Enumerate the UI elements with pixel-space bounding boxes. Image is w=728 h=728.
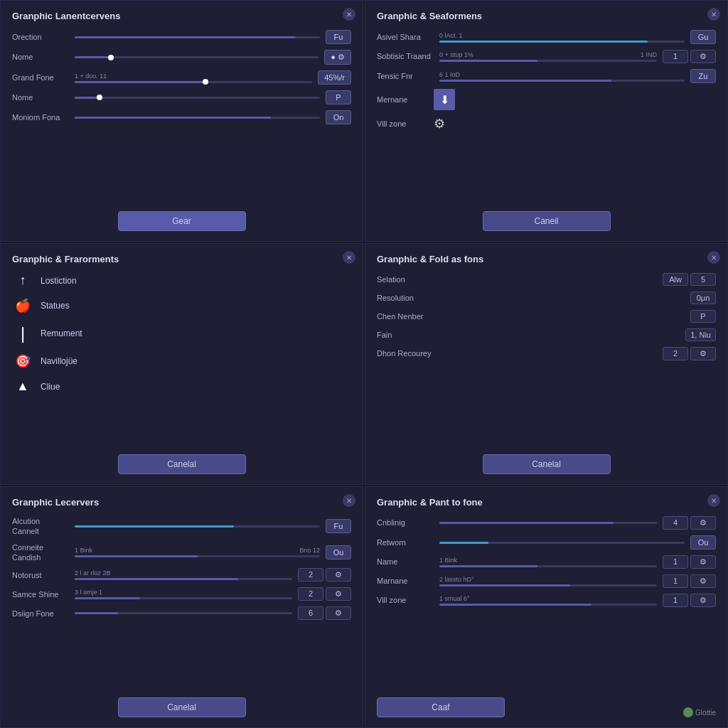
row-vill-zone: Vill zone ⚙ xyxy=(377,116,716,132)
range-sobtisic: 0 + stup 1% 1 IND xyxy=(439,51,657,58)
label-dsiign: Dsiign Fone xyxy=(12,609,69,619)
row-conneite: Conneite Candish 1 Bink Bno 12 Ou xyxy=(12,542,351,563)
footer-p6: Caaf Glottie xyxy=(377,697,716,717)
panel-2-close[interactable]: ✕ xyxy=(707,8,720,21)
label-alcution: Alcution Cannelt xyxy=(12,516,69,537)
slider-samce[interactable]: 3 l amje 1 xyxy=(75,589,292,599)
val-name-p6: 1 xyxy=(663,555,688,569)
label-vill-p6: Vill zone xyxy=(377,595,434,605)
panel-seaformens: Granphic & Seaformens ✕ Asivel Shara 0 l… xyxy=(365,0,728,242)
btn-tensic[interactable]: Zu xyxy=(690,69,716,83)
btn-orection[interactable]: Fu xyxy=(326,30,351,44)
slider-conneite[interactable]: 1 Bink Bno 12 xyxy=(75,547,320,557)
dual-name-p6: 1 ⚙ xyxy=(663,555,716,569)
val-resolution: 0μn xyxy=(690,291,716,304)
label-lostiction: Lostiction xyxy=(41,276,77,286)
btn-grand-fone[interactable]: 45%/r xyxy=(318,70,351,85)
slider-nome-1[interactable] xyxy=(75,56,318,58)
watermark: Glottie xyxy=(683,707,716,717)
cog-dhon: ⚙ xyxy=(690,347,716,360)
panel-4-title: Granphic & Fold as fons xyxy=(377,254,716,264)
label-vill-zone: Vill zone xyxy=(377,119,434,129)
canelal-button-5[interactable]: Canelal xyxy=(118,697,246,717)
range-name-p6: 1 Bink xyxy=(439,557,657,564)
range-asivel: 0 lAct. 1 xyxy=(439,32,685,39)
panel-3-close[interactable]: ✕ xyxy=(343,251,355,264)
btn-moniom[interactable]: On xyxy=(326,110,351,124)
label-moniom: Moniom Fona xyxy=(12,112,69,122)
panel-5-close[interactable]: ✕ xyxy=(343,494,355,507)
range-marnane-p6: 2 lasstu hD° xyxy=(439,576,657,583)
gear-icon-vill[interactable]: ⚙ xyxy=(434,116,445,132)
range-samce: 3 l amje 1 xyxy=(75,589,292,596)
row-notorust: Notorust 2 l ar rloz 2B 2 ⚙ xyxy=(12,568,351,582)
slider-moniom[interactable] xyxy=(75,117,320,119)
label-tensic: Tensic Fnr xyxy=(377,71,434,81)
panel-3-title: Granphic & Frarorments xyxy=(12,254,351,264)
slider-asivel[interactable]: 0 lAct. 1 xyxy=(439,32,685,43)
slider-cnblinig[interactable] xyxy=(439,522,657,524)
dual-notorust: 2 ⚙ xyxy=(298,568,351,582)
val-dsiign: 6 xyxy=(298,606,323,620)
label-conneite: Conneite Candish xyxy=(12,542,69,563)
slider-name-p6[interactable]: 1 Bink xyxy=(439,557,657,567)
slider-orection[interactable] xyxy=(75,36,320,38)
label-cliue: Cliue xyxy=(41,382,60,392)
row-nome-2: Nome P xyxy=(12,90,351,105)
label-chen-nenber: Chen Nenber xyxy=(377,311,434,321)
btn-nome-2[interactable]: P xyxy=(326,90,351,105)
range-notorust: 2 l ar rloz 2B xyxy=(75,569,292,577)
label-statues: Statues xyxy=(41,301,70,311)
btn-asivel[interactable]: Gu xyxy=(690,30,716,44)
label-dhon: Dhon Recourey xyxy=(377,348,434,358)
panel-6-close[interactable]: ✕ xyxy=(707,494,720,507)
label-remument: Remument xyxy=(41,328,82,338)
icon-row-lostiction: ↑ Lostiction xyxy=(12,273,351,288)
btn-alcution[interactable]: Fu xyxy=(326,519,351,533)
row-marnane-p6: Marnane 2 lasstu hD° 1 ⚙ xyxy=(377,574,716,588)
slider-vill-p6[interactable]: 1 smual 6° xyxy=(439,595,657,606)
val-selation-alw: Alw xyxy=(663,273,688,286)
row-dhon: Dhon Recourey 2 ⚙ xyxy=(377,347,716,360)
slider-tensic[interactable]: 6 1 IoD xyxy=(439,71,685,82)
panel-2-title: Granphic & Seaformens xyxy=(377,11,716,21)
caaf-button[interactable]: Caaf xyxy=(377,697,505,717)
gear-button[interactable]: Gear xyxy=(118,211,246,231)
triangle-icon: ▲ xyxy=(12,379,33,394)
row-resolution: Resolution 0μn xyxy=(377,291,716,304)
cog-notorust: ⚙ xyxy=(326,568,351,582)
label-marnane-p6: Marnane xyxy=(377,576,434,586)
row-name-p6: Name 1 Bink 1 ⚙ xyxy=(377,555,716,569)
label-mernane: Mernane xyxy=(377,95,434,105)
range-conneite: 1 Bink Bno 12 xyxy=(75,547,320,554)
slider-sobtisic[interactable]: 0 + stup 1% 1 IND xyxy=(439,51,657,62)
btn-retworn[interactable]: Ou xyxy=(690,535,716,550)
val-sobtisic: 1 xyxy=(663,50,688,63)
panel-lecervers: Granphic Lecervers ✕ Alcution Cannelt Fu… xyxy=(0,486,363,728)
canelal-button-3[interactable]: Canelal xyxy=(118,454,246,474)
slider-nome-2[interactable] xyxy=(75,97,320,99)
canelal-button-4[interactable]: Canelal xyxy=(483,454,611,474)
slider-notorust[interactable]: 2 l ar rloz 2B xyxy=(75,569,292,580)
panel-4-close[interactable]: ✕ xyxy=(707,251,720,264)
row-grand-fone: Grand Fone 1 + doo. 11 45%/r xyxy=(12,70,351,85)
slider-marnane-p6[interactable]: 2 lasstu hD° xyxy=(439,576,657,587)
cog-sobtisic: ⚙ xyxy=(690,50,716,63)
icon-row-remument: | Remument xyxy=(12,323,351,343)
btn-conneite[interactable]: Ou xyxy=(326,545,351,560)
cog-samce: ⚙ xyxy=(326,587,351,601)
val-marnane-p6: 1 xyxy=(663,574,688,588)
slider-retworn[interactable] xyxy=(439,542,685,544)
slider-dsiign[interactable] xyxy=(75,612,292,614)
panel-1-close[interactable]: ✕ xyxy=(343,8,355,21)
target-icon: 🎯 xyxy=(12,353,33,369)
download-icon[interactable]: ⬇ xyxy=(434,89,455,110)
label-name-p6: Name xyxy=(377,557,434,567)
row-alcution: Alcution Cannelt Fu xyxy=(12,516,351,537)
btn-nome-1[interactable]: ● ⚙ xyxy=(324,50,351,65)
panel-fold-as-fons: Granphic & Fold as fons ✕ Selation Alw 5… xyxy=(365,243,728,485)
slider-alcution[interactable] xyxy=(75,525,320,528)
label-sobtisic: Sobtisic Traand xyxy=(377,51,434,61)
caneil-button[interactable]: Caneil xyxy=(483,211,611,231)
slider-grand-fone[interactable]: 1 + doo. 11 xyxy=(75,73,312,83)
